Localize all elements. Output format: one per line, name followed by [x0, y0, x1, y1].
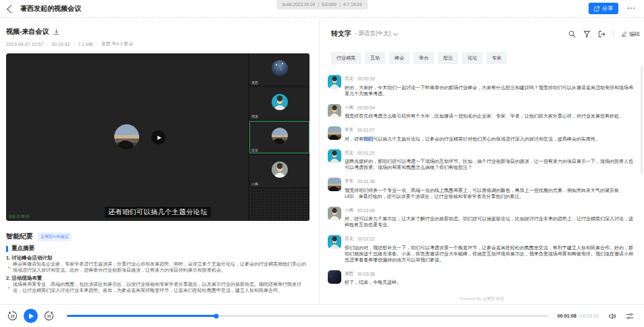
topic-tag[interactable]: 峰会 [389, 52, 410, 64]
summary-item-text: 现场将布置专业、高端的氛围，包括演讲区和展示区，以便行业领袖和专家学者分享观点，… [7, 282, 310, 293]
scrollbar[interactable] [641, 66, 643, 174]
time-display: 00:01:08 / 00:03:42 [558, 313, 599, 318]
speaker-avatar [328, 126, 341, 140]
topic-tag[interactable]: 行业精英 [331, 52, 361, 64]
play-button[interactable] [24, 309, 38, 323]
transcript-message[interactable]: 想龙00:01:20这两点挺好的，那咱们还可以考虑一下现场的互动环节。比如，搞个… [328, 149, 637, 171]
rewind-15-button[interactable]: 15 [7, 310, 18, 322]
chevron-down-icon[interactable] [393, 30, 398, 35]
participant-avatar [272, 60, 288, 76]
forward-15-button[interactable]: 15 [43, 310, 55, 322]
summary-ai-badge: 达摩院AI实验室 [38, 232, 72, 241]
message-timestamp[interactable]: 00:00:39 [357, 76, 374, 81]
progress-handle[interactable] [214, 313, 218, 318]
message-text[interactable]: 你们说的对，我还想补充一下，咱们可以考虑设置一个晚宴环节，让参会嘉宾在轻松的氛围… [345, 245, 637, 263]
speaker-avatar [328, 178, 341, 191]
message-text[interactable]: 我觉得咱们得弄一个专业一点、高端一点的线上氛围布置上，可以用低调的颜色，再加上一… [345, 187, 637, 199]
participant-name-label: 小枫 [251, 182, 258, 186]
message-text[interactable]: 我觉得首先得考虑怎么吸引杭州有个大牛，比如邀请一些知名的企业家、专家、学者，让他… [345, 113, 637, 119]
participant-thumbnail[interactable]: 著西 [249, 53, 309, 87]
speaker-avatar [328, 149, 341, 163]
topic-tag[interactable]: 论坛 [462, 52, 482, 64]
video-meta: 2023-04-07 22:57｜ 00:03:42｜ 7.1 MB｜ 著西 等… [6, 41, 310, 47]
edit-button[interactable]: 编辑 [621, 30, 640, 38]
search-icon[interactable] [568, 30, 576, 38]
video-subtitle: 还有咱们可以搞几个主题分论坛 [105, 207, 211, 218]
message-text[interactable]: 对，还有咱们可以搞几个主题分论坛，让参会的行业精英针对他们关心的领域进行深入的探… [345, 136, 637, 142]
summary-item: 1. 讨论峰会活动计划峰会将邀请知名企业家、专家学者进行主题演讲，分享行业心得和… [6, 255, 310, 273]
summary-item-title: 1. 讨论峰会活动计划 [6, 255, 310, 261]
topic-tag[interactable]: 想法 [438, 52, 458, 64]
keyword-tags: 行业精英互动峰会举办想法论坛专家 [331, 52, 634, 64]
message-text[interactable]: 这两点挺好的，那咱们还可以考虑一下现场的互动环节。比如，搞个行业创新项目的路演，… [345, 158, 637, 170]
speaker-name: 小枫 [345, 207, 353, 213]
transcript-message[interactable]: 想龙00:00:39好的，大家好，今天咱们一起讨论一下即将举办的那场行业峰会，大… [328, 75, 637, 97]
volume-icon[interactable] [608, 312, 616, 320]
divider [613, 30, 614, 37]
message-timestamp[interactable]: 00:02:06 [357, 208, 374, 213]
progress-bar[interactable] [67, 315, 548, 317]
summary-item-text: 峰会将邀请知名企业家、专家学者进行主题演讲，分享行业心得和发展趋势。同时，会设立… [7, 261, 310, 273]
video-panel: 视频-来自会议 2023-04-07 22:57｜ 00:03:42｜ 7.1 … [0, 18, 320, 304]
topic-tag[interactable]: 互动 [365, 52, 385, 64]
transcript-language-select[interactable]: - 源语言(中文) [355, 30, 391, 38]
participant-name-label: 著西 [251, 80, 258, 84]
participant-thumbnail[interactable]: 萱萱 [249, 121, 309, 155]
message-text[interactable]: 好的，大家好，今天咱们一起讨论一下即将举办的那场行业峰会，大家有什么想法和建议吗… [345, 84, 637, 97]
topic-tag[interactable]: 专家 [487, 52, 507, 64]
speaker-avatar [114, 124, 139, 149]
transcript-message[interactable]: 小枫00:00:54我觉得首先得考虑怎么吸引杭州有个大牛，比如邀请一些知名的企业… [328, 104, 637, 120]
highlighted-word: 咱们 [364, 136, 373, 141]
more-menu-button[interactable]: ··· [627, 7, 636, 11]
download-icon[interactable] [53, 29, 59, 35]
message-timestamp[interactable]: 00:01:20 [357, 151, 374, 155]
export-icon[interactable] [598, 30, 605, 38]
transcript-message[interactable]: 萱萱00:01:38我觉得咱们得弄一个专业一点、高端一点的线上氛围布置上，可以用… [328, 178, 637, 199]
speaker-avatar [328, 235, 341, 249]
message-text[interactable]: 好了，结束，今晚先这样。 [345, 279, 637, 285]
message-timestamp[interactable]: 00:01:38 [357, 179, 374, 184]
speaker-name: 萱萱 [345, 178, 353, 184]
filter-icon[interactable] [583, 30, 591, 38]
transcript-message[interactable]: 著西00:03:38好了，结束，今晚先这样。 [328, 270, 637, 286]
playback-bar: 15 15 00:01:08 / 00:03:42 [0, 304, 644, 327]
build-info-badge: build-2023.04.04 ｜ 632d99 ｜ 4-7 19:04 [276, 0, 368, 9]
progress-fill [67, 315, 216, 317]
powered-by-watermark: Powered By 达摩院-听悟 [320, 296, 644, 302]
back-icon[interactable] [7, 5, 16, 14]
video-player[interactable]: 萱萱 11:30:01 著西想龙萱萱小枫 还有咱们可以搞几个主题分论坛 [6, 53, 309, 221]
video-main-stage: 萱萱 11:30:01 [6, 53, 248, 221]
speaker-avatar [328, 207, 341, 220]
pencil-icon [621, 31, 627, 37]
app-window: 著西发起的视频会议 build-2023.04.04 ｜ 632d99 ｜ 4-… [0, 0, 644, 327]
share-icon [594, 6, 599, 11]
message-timestamp[interactable]: 00:01:07 [357, 128, 374, 132]
participant-thumbnails: 著西想龙萱萱小枫 [248, 53, 309, 221]
share-button[interactable]: 分享 [589, 3, 618, 14]
top-bar: 著西发起的视频会议 build-2023.04.04 ｜ 632d99 ｜ 4-… [0, 0, 644, 18]
topic-tag[interactable]: 举办 [414, 52, 434, 64]
message-timestamp[interactable]: 00:00:54 [357, 105, 374, 110]
svg-text:15: 15 [10, 314, 14, 318]
summary-title: 智能纪要 [6, 232, 33, 241]
transcript-message[interactable]: 小枫00:02:06对，还可以弄几个展示区，让大家了解行业的最新动态。咱们还可以… [328, 207, 637, 228]
settings-sliders-icon[interactable] [626, 312, 634, 320]
participant-avatar [272, 128, 288, 144]
section-accent-bar [6, 246, 8, 252]
speaker-avatar [328, 75, 341, 89]
transcript-message[interactable]: 萱萱00:01:07对，还有咱们可以搞几个主题分论坛，让参会的行业精英针对他们关… [328, 126, 637, 142]
speaker-name: 想龙 [345, 76, 353, 82]
participant-name-label: 想龙 [251, 114, 258, 118]
speaker-name: 萱萱 [345, 127, 353, 133]
svg-text:15: 15 [47, 314, 51, 318]
participant-avatar [272, 94, 288, 110]
message-timestamp[interactable]: 00:02:22 [357, 236, 374, 241]
transcript-message[interactable]: 想龙00:02:22你们说的对，我还想补充一下，咱们可以考虑设置一个晚宴环节，让… [328, 235, 637, 263]
message-timestamp[interactable]: 00:03:38 [357, 272, 374, 276]
summary-section-title: 重点摘要 [11, 245, 34, 253]
participant-thumbnail[interactable]: 想龙 [249, 87, 309, 121]
message-text[interactable]: 对，还可以弄几个展示区，让大家了解行业的最新动态。咱们还可以搞援助论坛，比如探讨… [345, 216, 637, 228]
play-overlay-button[interactable] [151, 130, 166, 145]
participant-thumbnail[interactable]: 小枫 [249, 155, 309, 188]
transcript-messages: 想龙00:00:39好的，大家好，今天咱们一起讨论一下即将举办的那场行业峰会，大… [328, 75, 637, 285]
